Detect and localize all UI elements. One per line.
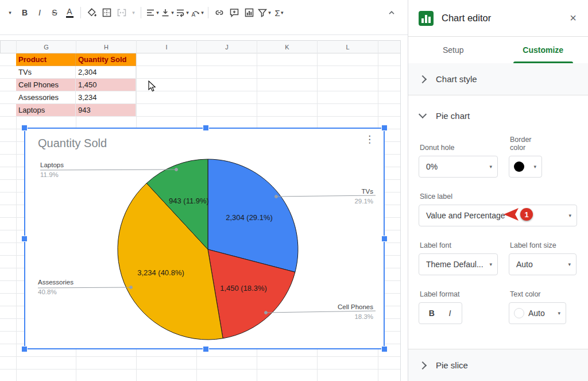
chevron-right-icon (419, 75, 427, 83)
chart-title: Quantity Sold (38, 137, 107, 150)
table-cell[interactable]: 3,234 (76, 91, 136, 104)
section-chart-style[interactable]: Chart style (408, 63, 588, 95)
tab-customize[interactable]: Customize (498, 37, 588, 63)
table-cell[interactable]: Laptops (16, 104, 76, 117)
table-cell[interactable]: TVs (16, 66, 76, 79)
bold-button[interactable]: B (17, 5, 32, 21)
label-format-label: Label format (420, 290, 498, 298)
hide-menus-button[interactable] (384, 5, 400, 21)
chevron-down-icon: ▾ (563, 261, 571, 267)
label-italic-toggle[interactable]: I (444, 306, 455, 320)
pie-slice-value-label: 2,304 (29.1%) (226, 213, 273, 222)
resize-handle-se[interactable] (382, 347, 387, 352)
cell-quantity-header[interactable]: Quantity Sold (76, 53, 136, 66)
resize-handle-nw[interactable] (22, 125, 27, 130)
cell-product-header[interactable]: Product (16, 53, 76, 66)
table-cell[interactable]: Cell Phones (16, 79, 76, 91)
text-color-swatch (66, 16, 74, 18)
pie-slice-value-label: 3,234 (40.8%) (137, 268, 184, 277)
italic-button[interactable]: I (32, 5, 47, 21)
text-rotation-button[interactable]: A ▾ (189, 5, 204, 21)
strikethrough-button[interactable]: S (47, 5, 62, 21)
chevron-right-icon (419, 361, 427, 369)
column-header-k[interactable]: K (257, 41, 317, 53)
column-headers: G H I J K L (0, 40, 400, 53)
section-label: Chart style (436, 74, 477, 84)
chart-editor-icon (419, 11, 434, 26)
chart-editor-panel: Chart editor × Setup Customize Chart sty… (408, 0, 588, 381)
pie-slice-value-label: 1,450 (18.3%) (220, 284, 267, 293)
sheet-edge (400, 40, 401, 381)
slice-label-dropdown[interactable]: Value and Percentage ▾ (419, 205, 577, 226)
merge-cells-icon (117, 7, 127, 18)
spreadsheet-area: ▾ B I S A (0, 0, 408, 381)
text-rotation-icon: A (190, 7, 200, 18)
insert-comment-button[interactable] (227, 5, 242, 21)
column-header-partial[interactable] (0, 41, 16, 53)
column-header-j[interactable]: J (196, 41, 257, 53)
chevron-down-icon: ▾ (485, 164, 492, 170)
chevron-up-icon (387, 8, 396, 17)
donut-hole-label: Donut hole (420, 144, 498, 152)
borders-button[interactable] (99, 5, 114, 21)
table-cell[interactable]: 1,450 (76, 79, 136, 91)
toolbar-divider (208, 7, 208, 18)
label-font-size-dropdown[interactable]: Auto ▾ (509, 253, 577, 275)
pie-chart-object[interactable]: Quantity Sold ⋮ Laptops 11.9% TVs 29.1% … (24, 128, 385, 349)
toolbar: ▾ B I S A (0, 0, 408, 25)
chart-options-menu[interactable]: ⋮ (361, 132, 378, 147)
column-header-l[interactable]: L (317, 41, 378, 53)
close-panel-button[interactable]: × (566, 10, 580, 26)
create-filter-button[interactable]: ▾ (257, 5, 272, 21)
section-pie-chart[interactable]: Pie chart (408, 95, 588, 136)
mouse-cursor (148, 80, 156, 92)
panel-title: Chart editor (442, 13, 491, 24)
merge-cells-button[interactable] (114, 5, 129, 21)
panel-tabs: Setup Customize (408, 37, 588, 64)
insert-link-button[interactable] (212, 5, 227, 21)
vertical-align-button[interactable]: ▾ (160, 5, 175, 21)
fill-color-button[interactable] (84, 5, 99, 21)
chart-icon (244, 7, 254, 18)
donut-hole-dropdown[interactable]: 0% ▾ (419, 156, 498, 178)
column-header-partial[interactable] (378, 41, 400, 53)
resize-handle-s[interactable] (203, 347, 208, 352)
table-cell[interactable]: 943 (76, 104, 136, 117)
callout-laptops: Laptops 11.9% (40, 160, 64, 179)
table-cell[interactable]: Assessories (16, 91, 76, 104)
resize-handle-w[interactable] (22, 236, 27, 241)
horizontal-align-button[interactable]: ▾ (145, 5, 160, 21)
table-cell[interactable]: 2,304 (76, 66, 136, 79)
more-formats-dropdown[interactable]: ▾ (2, 5, 17, 21)
pie-chart-settings: Donut hole 0% ▾ Border color ▾ Slice lab… (408, 136, 588, 324)
resize-handle-ne[interactable] (382, 125, 387, 130)
chevron-down-icon (419, 110, 427, 118)
text-color-label: Text color (510, 290, 566, 298)
merge-cells-dropdown[interactable]: ▾ (129, 5, 137, 21)
insert-chart-button[interactable] (242, 5, 257, 21)
slice-label-label: Slice label (420, 193, 578, 201)
column-header-h[interactable]: H (76, 41, 136, 53)
callout-assessories: Assessories 40.8% (38, 278, 74, 297)
pie-chart[interactable] (116, 157, 300, 341)
text-wrap-button[interactable]: ▾ (175, 5, 189, 21)
resize-handle-sw[interactable] (22, 347, 27, 352)
text-color-button[interactable]: A (62, 5, 77, 21)
panel-header: Chart editor × (408, 0, 588, 37)
text-color-dropdown[interactable]: Auto ▾ (509, 302, 566, 324)
border-color-dropdown[interactable]: ▾ (509, 156, 542, 178)
column-header-g[interactable]: G (16, 41, 76, 53)
resize-handle-n[interactable] (203, 125, 208, 130)
section-pie-slice[interactable]: Pie slice (408, 349, 588, 381)
label-bold-toggle[interactable]: B (425, 306, 438, 320)
column-header-i[interactable]: I (136, 41, 196, 53)
text-wrap-icon (175, 7, 185, 18)
link-icon (214, 7, 225, 18)
resize-handle-e[interactable] (382, 236, 387, 241)
vertical-align-icon (160, 7, 171, 18)
callout-tvs: TVs 29.1% (354, 187, 373, 206)
comment-plus-icon (229, 7, 239, 18)
label-font-dropdown[interactable]: Theme Defaul... ▾ (419, 253, 498, 275)
functions-button[interactable]: Σ▾ (272, 5, 287, 21)
tab-setup[interactable]: Setup (408, 37, 498, 63)
